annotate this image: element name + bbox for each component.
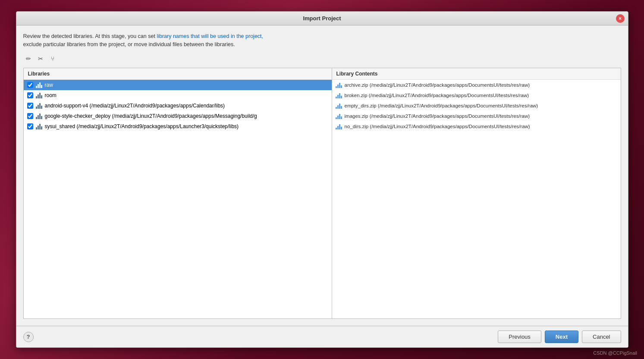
- previous-button[interactable]: Previous: [498, 331, 541, 343]
- library-bar-icon: [36, 123, 42, 129]
- dialog-footer: ? Previous Next Cancel: [16, 326, 628, 347]
- dialog-body: Review the detected libraries. At this s…: [16, 25, 628, 326]
- library-name: google-style-checker_deploy (/media/zjj/…: [45, 113, 257, 119]
- watermark: CSDN @CCPigSnail: [593, 350, 637, 356]
- description-highlight: library names that will be used in the p…: [157, 33, 263, 39]
- cancel-button[interactable]: Cancel: [582, 331, 621, 343]
- content-path: images.zip (/media/zjj/Linux2T/Android9/…: [345, 113, 530, 119]
- library-item[interactable]: room: [24, 90, 332, 101]
- library-checkbox[interactable]: [27, 92, 33, 98]
- description-part1: Review the detected libraries. At this s…: [23, 33, 157, 39]
- import-project-dialog: Import Project × Review the detected lib…: [16, 11, 628, 348]
- library-item[interactable]: android-support-v4 (/media/zjj/Linux2T/A…: [24, 101, 332, 111]
- library-name: raw: [45, 82, 53, 88]
- content-item[interactable]: no_dirs.zip (/media/zjj/Linux2T/Android9…: [332, 121, 621, 132]
- content-item[interactable]: archive.zip (/media/zjj/Linux2T/Android9…: [332, 80, 621, 90]
- library-checkbox[interactable]: [27, 103, 33, 109]
- help-button[interactable]: ?: [23, 332, 34, 342]
- library-checkbox[interactable]: [27, 113, 33, 119]
- file-icon: [336, 92, 342, 98]
- file-icon: [336, 82, 342, 88]
- edit-button[interactable]: ✏: [23, 54, 34, 63]
- content-path: broken.zip (/media/zjj/Linux2T/Android9/…: [345, 93, 529, 98]
- file-icon: [336, 113, 342, 119]
- library-list: raw room: [24, 80, 332, 319]
- library-name: room: [45, 92, 57, 98]
- description-part2: exclude particular libraries from the pr…: [23, 41, 235, 47]
- library-name: sysui_shared (/media/zjj/Linux2T/Android…: [45, 123, 239, 129]
- split-button[interactable]: ✂: [35, 54, 46, 63]
- library-bar-icon: [36, 103, 42, 109]
- library-bar-icon: [36, 92, 42, 98]
- footer-buttons: Previous Next Cancel: [498, 331, 621, 343]
- content-path: empty_dirs.zip (/media/zjj/Linux2T/Andro…: [345, 103, 538, 108]
- content-item[interactable]: empty_dirs.zip (/media/zjj/Linux2T/Andro…: [332, 101, 621, 111]
- library-checkbox[interactable]: [27, 82, 33, 88]
- file-icon: [336, 123, 342, 129]
- library-name: android-support-v4 (/media/zjj/Linux2T/A…: [45, 103, 225, 109]
- titlebar: Import Project ×: [16, 12, 628, 25]
- content-item[interactable]: images.zip (/media/zjj/Linux2T/Android9/…: [332, 111, 621, 121]
- description-text: Review the detected libraries. At this s…: [23, 32, 621, 49]
- library-bar-icon: [36, 113, 42, 119]
- toolbar: ✏ ✂ ⑂: [23, 54, 621, 63]
- library-checkbox[interactable]: [27, 123, 33, 129]
- contents-header: Library Contents: [332, 68, 621, 80]
- content-list: archive.zip (/media/zjj/Linux2T/Android9…: [332, 80, 621, 319]
- contents-panel: Library Contents archive.zip (/media/zjj…: [332, 68, 621, 319]
- library-item[interactable]: sysui_shared (/media/zjj/Linux2T/Android…: [24, 121, 332, 132]
- content-path: no_dirs.zip (/media/zjj/Linux2T/Android9…: [345, 124, 530, 129]
- content-item[interactable]: broken.zip (/media/zjj/Linux2T/Android9/…: [332, 90, 621, 101]
- next-button[interactable]: Next: [545, 331, 578, 343]
- library-bar-icon: [36, 82, 42, 88]
- close-button[interactable]: ×: [616, 14, 625, 23]
- dialog-title: Import Project: [303, 15, 341, 22]
- file-icon: [336, 103, 342, 109]
- move-button[interactable]: ⑂: [47, 54, 58, 63]
- libraries-header: Libraries: [24, 68, 332, 80]
- content-path: archive.zip (/media/zjj/Linux2T/Android9…: [345, 82, 530, 88]
- library-item[interactable]: google-style-checker_deploy (/media/zjj/…: [24, 111, 332, 121]
- libraries-panel: Libraries raw: [24, 68, 332, 319]
- main-panels: Libraries raw: [23, 68, 621, 319]
- library-item[interactable]: raw: [24, 80, 332, 90]
